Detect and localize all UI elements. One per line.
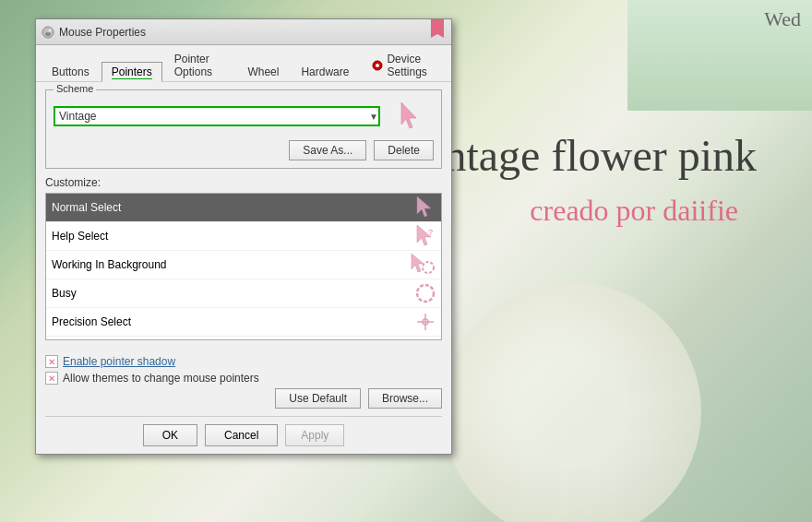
bg-date-text: Wed: [764, 7, 801, 31]
dialog-title: Mouse Properties: [59, 26, 446, 39]
svg-point-1: [45, 32, 51, 36]
allow-themes-label: Allow themes to change mouse pointers: [63, 372, 259, 385]
pointer-name-help-select: Help Select: [52, 230, 399, 243]
title-bar: Mouse Properties: [36, 19, 451, 45]
pointer-item-normal-select[interactable]: Normal Select: [46, 194, 441, 222]
svg-point-2: [49, 29, 52, 31]
scheme-row: Vintage Windows Default None ▼: [54, 98, 434, 135]
svg-marker-5: [401, 102, 416, 128]
pointer-cursor-busy: [399, 282, 436, 304]
browse-button[interactable]: Browse...: [368, 388, 442, 409]
cancel-button[interactable]: Cancel: [205, 424, 278, 446]
pointer-item-busy[interactable]: Busy: [46, 279, 441, 308]
pointer-item-working-bg[interactable]: Working In Background: [46, 251, 441, 279]
svg-point-10: [423, 262, 434, 273]
svg-point-4: [376, 64, 379, 67]
svg-marker-9: [412, 254, 424, 272]
tab-pointer-options[interactable]: Pointer Options: [164, 49, 236, 81]
scheme-group: Scheme Vintage Windows Default None ▼: [45, 89, 442, 169]
pointer-list-area: Normal Select Help Select ?: [45, 193, 442, 348]
enable-shadow-row: ✕ Enable pointer shadow: [45, 355, 442, 368]
tab-device-settings[interactable]: Device Settings: [361, 49, 444, 81]
scheme-select-wrap: Vintage Windows Default None ▼: [54, 106, 380, 126]
apply-button[interactable]: Apply: [285, 424, 344, 446]
scheme-cursor-preview: [388, 98, 434, 135]
customize-label: Customize:: [45, 176, 442, 189]
tab-wheel[interactable]: Wheel: [237, 62, 289, 81]
tab-buttons[interactable]: Buttons: [42, 62, 100, 81]
pointer-cursor-normal: [399, 196, 436, 219]
bg-main-text: vintage flower pink: [410, 129, 757, 183]
device-settings-icon: [371, 59, 384, 72]
ok-cancel-apply-row: OK Cancel Apply: [45, 416, 442, 446]
allow-themes-row: ✕ Allow themes to change mouse pointers: [45, 372, 442, 385]
save-as-button[interactable]: Save As...: [289, 140, 366, 160]
action-row: Use Default Browse...: [45, 388, 442, 409]
ok-button[interactable]: OK: [143, 424, 197, 446]
pointer-name-normal-select: Normal Select: [52, 201, 399, 214]
pointer-item-precision[interactable]: Precision Select: [46, 308, 441, 337]
tab-hardware[interactable]: Hardware: [291, 62, 359, 81]
pointer-name-working-bg: Working In Background: [52, 258, 399, 271]
scheme-group-label: Scheme: [54, 83, 96, 94]
svg-point-11: [417, 285, 434, 302]
bg-sub-text: creado por daiifie: [530, 194, 738, 228]
pointer-item-help-select[interactable]: Help Select ?: [46, 222, 441, 251]
pointer-cursor-help: ?: [399, 225, 436, 247]
tab-bar: Buttons Pointers Pointer Options Wheel H…: [36, 45, 451, 82]
pointer-cursor-precision: [399, 311, 436, 333]
dialog-icon: [42, 26, 54, 39]
scheme-buttons-row: Save As... Delete: [54, 140, 434, 160]
enable-shadow-label[interactable]: Enable pointer shadow: [63, 355, 175, 368]
dialog-content: Scheme Vintage Windows Default None ▼: [36, 82, 451, 454]
enable-shadow-checkbox[interactable]: ✕: [45, 355, 58, 368]
tab-pointers[interactable]: Pointers: [102, 62, 162, 82]
allow-themes-checkbox[interactable]: ✕: [45, 372, 58, 385]
use-default-button[interactable]: Use Default: [275, 388, 361, 409]
scheme-dropdown[interactable]: Vintage Windows Default None: [54, 106, 380, 126]
delete-button[interactable]: Delete: [374, 140, 434, 160]
pointer-name-precision: Precision Select: [52, 315, 399, 328]
pointer-list[interactable]: Normal Select Help Select ?: [45, 193, 442, 340]
mouse-properties-dialog: Mouse Properties Buttons Pointers Pointe…: [35, 18, 452, 455]
svg-marker-6: [417, 196, 431, 217]
pointer-cursor-working: [399, 254, 436, 276]
svg-text:?: ?: [428, 228, 433, 237]
pointer-name-busy: Busy: [52, 287, 399, 300]
